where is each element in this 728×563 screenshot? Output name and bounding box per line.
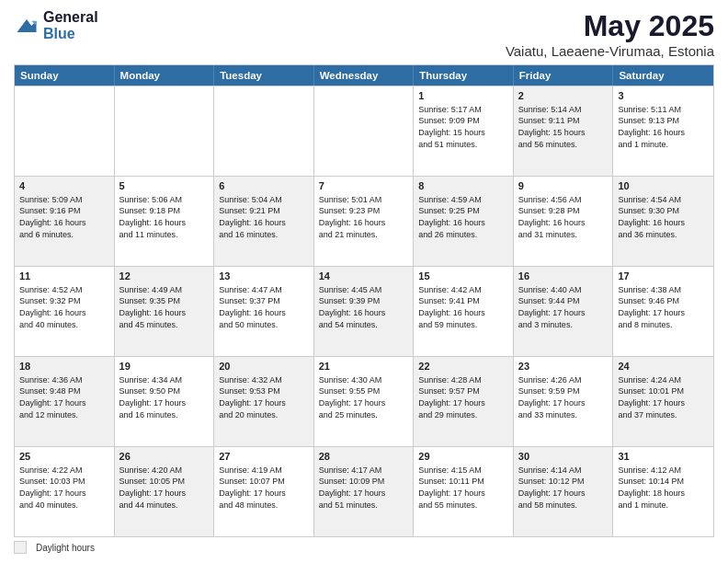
day-number: 24 <box>618 360 709 373</box>
day-number: 4 <box>19 179 109 193</box>
calendar-cell: 9Sunrise: 4:56 AM Sunset: 9:28 PM Daylig… <box>514 177 614 266</box>
calendar-row: 18Sunrise: 4:36 AM Sunset: 9:48 PM Dayli… <box>15 356 713 446</box>
cell-text: Sunrise: 4:12 AM Sunset: 10:14 PM Daylig… <box>618 465 709 511</box>
calendar-cell: 22Sunrise: 4:28 AM Sunset: 9:57 PM Dayli… <box>414 357 514 446</box>
day-number: 29 <box>418 450 508 464</box>
day-number: 8 <box>418 179 508 193</box>
cell-text: Sunrise: 4:22 AM Sunset: 10:03 PM Daylig… <box>19 465 109 511</box>
day-number: 27 <box>219 450 309 464</box>
day-number: 23 <box>518 360 609 373</box>
cell-text: Sunrise: 5:06 AM Sunset: 9:18 PM Dayligh… <box>119 194 210 240</box>
calendar-body: 1Sunrise: 5:17 AM Sunset: 9:09 PM Daylig… <box>15 86 713 536</box>
calendar-cell: 1Sunrise: 5:17 AM Sunset: 9:09 PM Daylig… <box>414 86 514 176</box>
day-number: 25 <box>19 450 109 464</box>
logo-general-text: General <box>43 9 98 26</box>
calendar-cell: 2Sunrise: 5:14 AM Sunset: 9:11 PM Daylig… <box>514 86 614 176</box>
logo: General Blue <box>14 9 98 41</box>
calendar-cell: 30Sunrise: 4:14 AM Sunset: 10:12 PM Dayl… <box>514 447 614 536</box>
calendar-cell: 17Sunrise: 4:38 AM Sunset: 9:46 PM Dayli… <box>613 267 713 356</box>
calendar-cell <box>15 86 115 176</box>
calendar-day-header: Wednesday <box>314 65 415 86</box>
day-number: 20 <box>219 360 309 373</box>
calendar-row: 4Sunrise: 5:09 AM Sunset: 9:16 PM Daylig… <box>15 176 713 266</box>
day-number: 26 <box>119 450 210 464</box>
calendar-cell: 11Sunrise: 4:52 AM Sunset: 9:32 PM Dayli… <box>15 267 115 356</box>
calendar-day-header: Thursday <box>414 65 514 86</box>
shaded-box <box>14 541 27 554</box>
calendar-cell: 23Sunrise: 4:26 AM Sunset: 9:59 PM Dayli… <box>514 357 614 446</box>
cell-text: Sunrise: 4:56 AM Sunset: 9:28 PM Dayligh… <box>518 194 609 240</box>
calendar-row: 25Sunrise: 4:22 AM Sunset: 10:03 PM Dayl… <box>15 446 713 536</box>
calendar-cell: 28Sunrise: 4:17 AM Sunset: 10:09 PM Dayl… <box>314 447 415 536</box>
cell-text: Sunrise: 4:49 AM Sunset: 9:35 PM Dayligh… <box>119 284 210 330</box>
cell-text: Sunrise: 5:09 AM Sunset: 9:16 PM Dayligh… <box>19 194 109 240</box>
daylight-label: Daylight hours <box>36 543 95 553</box>
calendar-header: SundayMondayTuesdayWednesdayThursdayFrid… <box>15 65 713 86</box>
cell-text: Sunrise: 4:47 AM Sunset: 9:37 PM Dayligh… <box>219 284 309 330</box>
day-number: 14 <box>319 270 409 283</box>
calendar-cell: 3Sunrise: 5:11 AM Sunset: 9:13 PM Daylig… <box>613 86 713 176</box>
day-number: 2 <box>518 89 609 103</box>
cell-text: Sunrise: 4:14 AM Sunset: 10:12 PM Daylig… <box>518 465 609 511</box>
calendar-day-header: Friday <box>514 65 614 86</box>
calendar-cell: 4Sunrise: 5:09 AM Sunset: 9:16 PM Daylig… <box>15 177 115 266</box>
cell-text: Sunrise: 4:54 AM Sunset: 9:30 PM Dayligh… <box>618 194 709 240</box>
calendar-cell <box>115 86 215 176</box>
cell-text: Sunrise: 5:17 AM Sunset: 9:09 PM Dayligh… <box>418 104 508 150</box>
day-number: 15 <box>418 270 508 283</box>
cell-text: Sunrise: 4:19 AM Sunset: 10:07 PM Daylig… <box>219 465 309 511</box>
calendar-cell: 24Sunrise: 4:24 AM Sunset: 10:01 PM Dayl… <box>613 357 713 446</box>
calendar-cell <box>214 86 314 176</box>
calendar-cell: 10Sunrise: 4:54 AM Sunset: 9:30 PM Dayli… <box>613 177 713 266</box>
cell-text: Sunrise: 5:01 AM Sunset: 9:23 PM Dayligh… <box>319 194 409 240</box>
day-number: 17 <box>618 270 709 283</box>
cell-text: Sunrise: 4:30 AM Sunset: 9:55 PM Dayligh… <box>319 374 409 420</box>
day-number: 16 <box>518 270 609 283</box>
calendar-cell: 20Sunrise: 4:32 AM Sunset: 9:53 PM Dayli… <box>214 357 314 446</box>
day-number: 19 <box>119 360 210 373</box>
cell-text: Sunrise: 4:36 AM Sunset: 9:48 PM Dayligh… <box>19 374 109 420</box>
title-block: May 2025 Vaiatu, Laeaene-Virumaa, Estoni… <box>506 9 714 59</box>
calendar-day-header: Monday <box>115 65 215 86</box>
calendar-cell: 19Sunrise: 4:34 AM Sunset: 9:50 PM Dayli… <box>115 357 215 446</box>
day-number: 18 <box>19 360 109 373</box>
cell-text: Sunrise: 4:59 AM Sunset: 9:25 PM Dayligh… <box>418 194 508 240</box>
calendar-day-header: Sunday <box>15 65 115 86</box>
cell-text: Sunrise: 4:15 AM Sunset: 10:11 PM Daylig… <box>418 465 508 511</box>
calendar-day-header: Tuesday <box>214 65 314 86</box>
cell-text: Sunrise: 5:04 AM Sunset: 9:21 PM Dayligh… <box>219 194 309 240</box>
calendar-cell: 12Sunrise: 4:49 AM Sunset: 9:35 PM Dayli… <box>115 267 215 356</box>
calendar-cell: 16Sunrise: 4:40 AM Sunset: 9:44 PM Dayli… <box>514 267 614 356</box>
calendar-cell <box>314 86 415 176</box>
cell-text: Sunrise: 4:42 AM Sunset: 9:41 PM Dayligh… <box>418 284 508 330</box>
cell-text: Sunrise: 4:34 AM Sunset: 9:50 PM Dayligh… <box>119 374 210 420</box>
cell-text: Sunrise: 4:28 AM Sunset: 9:57 PM Dayligh… <box>418 374 508 420</box>
calendar-cell: 29Sunrise: 4:15 AM Sunset: 10:11 PM Dayl… <box>414 447 514 536</box>
subtitle: Vaiatu, Laeaene-Virumaa, Estonia <box>506 43 714 59</box>
day-number: 1 <box>418 89 508 103</box>
cell-text: Sunrise: 4:26 AM Sunset: 9:59 PM Dayligh… <box>518 374 609 420</box>
cell-text: Sunrise: 4:45 AM Sunset: 9:39 PM Dayligh… <box>319 284 409 330</box>
footer: Daylight hours <box>14 537 714 554</box>
day-number: 5 <box>119 179 210 193</box>
calendar: SundayMondayTuesdayWednesdayThursdayFrid… <box>14 64 714 537</box>
cell-text: Sunrise: 4:24 AM Sunset: 10:01 PM Daylig… <box>618 374 709 420</box>
calendar-day-header: Saturday <box>613 65 713 86</box>
header: General Blue May 2025 Vaiatu, Laeaene-Vi… <box>14 9 714 59</box>
cell-text: Sunrise: 5:14 AM Sunset: 9:11 PM Dayligh… <box>518 104 609 150</box>
cell-text: Sunrise: 4:17 AM Sunset: 10:09 PM Daylig… <box>319 465 409 511</box>
calendar-cell: 18Sunrise: 4:36 AM Sunset: 9:48 PM Dayli… <box>15 357 115 446</box>
calendar-cell: 5Sunrise: 5:06 AM Sunset: 9:18 PM Daylig… <box>115 177 215 266</box>
calendar-row: 11Sunrise: 4:52 AM Sunset: 9:32 PM Dayli… <box>15 266 713 356</box>
logo-blue-text: Blue <box>43 26 98 42</box>
day-number: 11 <box>19 270 109 283</box>
day-number: 9 <box>518 179 609 193</box>
day-number: 30 <box>518 450 609 464</box>
day-number: 22 <box>418 360 508 373</box>
calendar-cell: 27Sunrise: 4:19 AM Sunset: 10:07 PM Dayl… <box>214 447 314 536</box>
calendar-cell: 7Sunrise: 5:01 AM Sunset: 9:23 PM Daylig… <box>314 177 415 266</box>
day-number: 7 <box>319 179 409 193</box>
cell-text: Sunrise: 4:40 AM Sunset: 9:44 PM Dayligh… <box>518 284 609 330</box>
day-number: 13 <box>219 270 309 283</box>
cell-text: Sunrise: 5:11 AM Sunset: 9:13 PM Dayligh… <box>618 104 709 150</box>
